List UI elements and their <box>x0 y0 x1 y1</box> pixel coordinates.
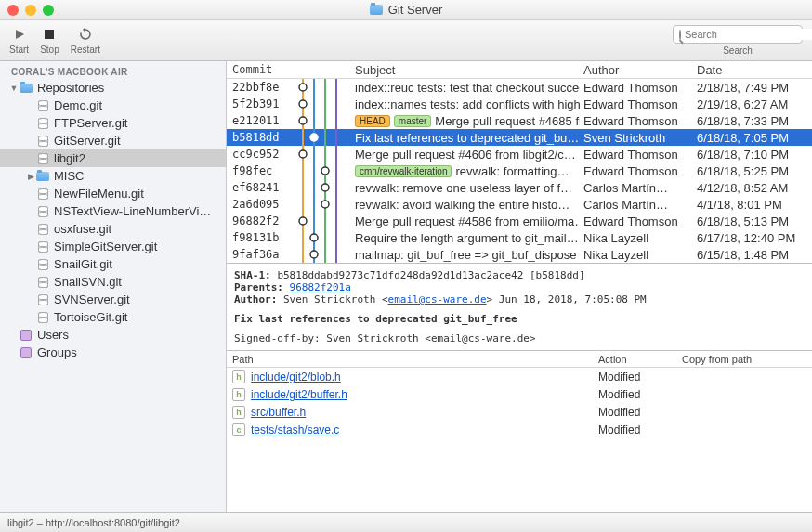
sidebar-item-label: SimpleGitServer.git <box>54 240 157 253</box>
sidebar-item[interactable]: SVNServer.git <box>0 291 226 308</box>
filetype-icon: c <box>232 423 245 436</box>
group-icon <box>19 347 33 358</box>
commit-graph-cell <box>295 146 351 162</box>
sidebar-header: CORAL'S MACBOOK AIR <box>0 65 226 79</box>
sidebar-item[interactable]: osxfuse.git <box>0 220 226 238</box>
commit-subject: Require the length argument to git_mail… <box>351 231 580 245</box>
file-header-row: Path Action Copy from path <box>227 351 812 368</box>
file-action: Modified <box>598 370 682 383</box>
commit-author: Edward Thomson <box>580 148 693 162</box>
file-action: Modified <box>598 406 682 419</box>
commit-row[interactable]: ef68241revwalk: remove one useless layer… <box>227 179 812 196</box>
sidebar-item-label: GitServer.git <box>54 134 121 148</box>
sidebar-item-label: Repositories <box>37 81 104 95</box>
repository-icon <box>35 241 50 253</box>
file-row[interactable]: hinclude/git2/buffer.hModified <box>227 385 812 403</box>
parent-link[interactable]: 96882f201a <box>290 281 351 293</box>
commit-graph-cell <box>295 129 351 146</box>
commit-graph-cell <box>295 213 351 229</box>
sidebar-item[interactable]: Groups <box>0 344 226 361</box>
statusbar: libgit2 – http://localhost:8080/git/libg… <box>0 512 812 532</box>
commit-graph-cell <box>295 162 351 179</box>
sidebar-item[interactable]: NewFileMenu.git <box>0 185 226 202</box>
filetype-icon: h <box>232 388 245 401</box>
search-label: Search <box>723 45 753 56</box>
commit-header-row: Commit Subject Author Date <box>227 61 812 79</box>
svg-point-14 <box>310 234 318 241</box>
commit-row[interactable]: 5f2b391index::names tests: add conflicts… <box>227 96 812 112</box>
repository-icon <box>35 259 50 270</box>
sidebar-item[interactable]: SnailSVN.git <box>0 273 226 291</box>
commit-date: 6/18/18, 5:25 PM <box>693 164 812 178</box>
stop-button[interactable]: Stop <box>40 26 59 55</box>
svg-point-10 <box>321 167 329 175</box>
sidebar-item[interactable]: ▶MISC <box>0 167 226 185</box>
col-copy[interactable]: Copy from path <box>682 354 812 365</box>
file-row[interactable]: hsrc/buffer.hModified <box>227 403 812 421</box>
commit-graph-cell <box>295 179 351 196</box>
status-text: libgit2 – http://localhost:8080/git/libg… <box>7 517 180 528</box>
sidebar-item[interactable]: TortoiseGit.git <box>0 308 226 326</box>
sidebar-item[interactable]: NSTextView-LineNumberVi… <box>0 202 226 220</box>
commit-date: 6/18/18, 7:05 PM <box>693 131 812 145</box>
commit-hash: e212011 <box>227 114 295 127</box>
commit-hash: 96882f2 <box>227 214 295 227</box>
col-path[interactable]: Path <box>227 354 598 365</box>
file-path-link[interactable]: include/git2/blob.h <box>251 370 341 383</box>
commit-row[interactable]: f98feccmn/revwalk-iterationrevwalk: form… <box>227 162 812 179</box>
sidebar-item[interactable]: SimpleGitServer.git <box>0 238 226 255</box>
commit-author: Carlos Martín… <box>580 181 693 195</box>
repository-icon <box>35 206 50 217</box>
sidebar-item[interactable]: Users <box>0 326 226 344</box>
commit-hash: 9faf36a <box>227 248 295 261</box>
repository-icon <box>35 188 50 200</box>
commit-list[interactable]: Commit Subject Author Date 22bbf8eindex:… <box>227 61 812 263</box>
commit-row[interactable]: cc9c952Merge pull request #4606 from lib… <box>227 146 812 162</box>
file-path-link[interactable]: src/buffer.h <box>251 406 306 419</box>
disclosure-icon[interactable]: ▼ <box>9 84 19 93</box>
disclosure-icon[interactable]: ▶ <box>26 172 35 181</box>
col-author[interactable]: Author <box>580 63 693 77</box>
search-input[interactable] <box>685 29 812 40</box>
commit-date: 6/17/18, 12:40 PM <box>693 231 812 245</box>
file-path-link[interactable]: include/git2/buffer.h <box>251 388 347 401</box>
col-action[interactable]: Action <box>598 354 682 365</box>
commit-hash: 22bbf8e <box>227 81 295 94</box>
group-icon <box>19 330 33 341</box>
start-button[interactable]: Start <box>9 26 29 55</box>
sidebar-item-label: SnailGit.git <box>54 257 112 271</box>
commit-row[interactable]: b5818ddFix last references to deprecated… <box>227 129 812 146</box>
svg-point-7 <box>299 117 307 124</box>
sidebar-item[interactable]: SnailGit.git <box>0 255 226 273</box>
sidebar-item[interactable]: GitServer.git <box>0 132 226 149</box>
commit-row[interactable]: 2a6d095revwalk: avoid walking the entire… <box>227 196 812 213</box>
col-commit[interactable]: Commit <box>227 63 295 76</box>
sidebar[interactable]: CORAL'S MACBOOK AIR ▼RepositoriesDemo.gi… <box>0 61 227 512</box>
file-path-link[interactable]: tests/stash/save.c <box>251 423 339 436</box>
commit-hash: 5f2b391 <box>227 97 295 110</box>
file-row[interactable]: ctests/stash/save.cModified <box>227 421 812 438</box>
file-list[interactable]: Path Action Copy from path hinclude/git2… <box>227 350 812 512</box>
sidebar-item[interactable]: Demo.git <box>0 97 226 114</box>
sidebar-item[interactable]: FTPServer.git <box>0 114 226 132</box>
commit-row[interactable]: e212011HEADmasterMerge pull request #468… <box>227 112 812 129</box>
repository-icon <box>35 118 50 129</box>
commit-row[interactable]: f98131bRequire the length argument to gi… <box>227 229 812 246</box>
commit-row[interactable]: 96882f2Merge pull request #4586 from emi… <box>227 213 812 229</box>
search-input-wrapper[interactable] <box>673 25 803 44</box>
sidebar-item[interactable]: libgit2 <box>0 149 226 167</box>
col-subject[interactable]: Subject <box>351 63 580 77</box>
commit-message-body: Signed-off-by: Sven Strickroth <email@cs… <box>234 332 805 344</box>
commit-author: Sven Strickroth <box>580 131 693 145</box>
commit-row[interactable]: 22bbf8eindex::reuc tests: test that chec… <box>227 79 812 96</box>
restart-button[interactable]: Restart <box>71 26 100 55</box>
commit-subject: Merge pull request #4606 from libgit2/c… <box>351 148 580 162</box>
commit-row[interactable]: 9faf36amailmap: git_buf_free => git_buf_… <box>227 246 812 263</box>
sidebar-item[interactable]: ▼Repositories <box>0 79 226 97</box>
col-date[interactable]: Date <box>693 63 812 77</box>
ref-tag: HEAD <box>355 115 390 127</box>
author-email-link[interactable]: email@cs-ware.de <box>388 293 487 305</box>
repository-icon <box>35 224 50 235</box>
file-row[interactable]: hinclude/git2/blob.hModified <box>227 368 812 385</box>
search-icon <box>679 30 681 40</box>
